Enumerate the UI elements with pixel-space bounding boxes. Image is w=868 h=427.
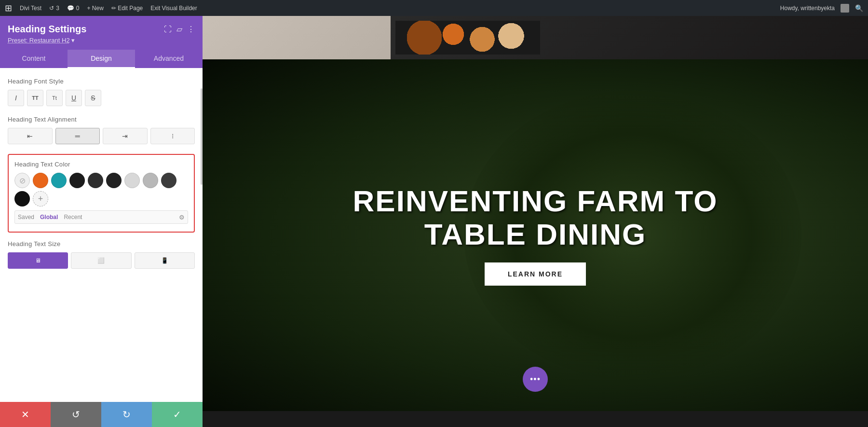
learn-more-button[interactable]: Learn More [485,262,586,286]
wp-logo-icon[interactable]: ⊞ [5,3,12,14]
align-justify-icon: ⁝ [172,132,174,140]
main-content: Heading Settings ⛶ ▱ ⋮ Preset: Restauran… [0,16,868,427]
top-image-strip [203,16,868,59]
hero-title: Reinventing Farm to Table Dining [318,185,752,250]
color-swatch-light-gray[interactable] [124,173,140,188]
text-color-section: Heading Text Color ⊘ [8,154,195,233]
color-swatches: ⊘ [14,173,188,207]
split-view-icon[interactable]: ▱ [176,25,182,34]
save-button[interactable]: ✓ [152,402,203,427]
floating-menu-icon: ••• [530,374,541,385]
tab-advanced[interactable]: Advanced [135,50,203,68]
save-icon: ✓ [173,409,181,420]
size-tablet-button[interactable]: ⬜ [71,252,131,269]
admin-bar: ⊞ Divi Test ↺ 3 💬 0 + New ✏ Edit Page Ex… [0,0,868,16]
settings-panel: Heading Settings ⛶ ▱ ⋮ Preset: Restauran… [0,16,203,427]
color-swatch-teal[interactable] [51,173,67,188]
color-tab-global[interactable]: Global [40,213,58,221]
color-swatch-dark5[interactable] [14,191,30,207]
text-color-label: Heading Text Color [14,161,188,168]
color-settings-icon[interactable]: ⚙ [179,214,185,221]
cancel-icon: ✕ [21,409,29,420]
italic-button[interactable]: I [8,90,24,106]
panel-body: Heading Font Style I TT Tt U S Heading T… [0,68,203,402]
align-left-button[interactable]: ⇤ [8,128,53,144]
align-justify-button[interactable]: ⁝ [150,128,195,144]
capitalize-button[interactable]: Tt [46,90,63,106]
size-device-row: 🖥 ⬜ 📱 [8,252,195,269]
text-size-label: Heading Text Size [8,240,195,248]
panel-tabs: Content Design Advanced [0,50,203,68]
panel-header-icons: ⛶ ▱ ⋮ [164,25,195,34]
align-center-icon: ═ [75,132,80,140]
edit-page-button[interactable]: ✏ Edit Page [111,5,143,12]
color-tabs: Saved Global Recent ⚙ [14,210,188,224]
admin-bar-right: Howdy, writtenbyekta 🔍 [780,4,863,13]
color-swatch-dark3[interactable] [106,173,122,188]
undo-button[interactable]: ↺ [51,402,101,427]
exit-builder-button[interactable]: Exit Visual Builder [150,5,197,12]
hero-content: Reinventing Farm to Table Dining Learn M… [318,185,752,285]
page-content: Reinventing Farm to Table Dining Learn M… [203,16,868,427]
size-desktop-button[interactable]: 🖥 [8,252,68,269]
panel-title: Heading Settings [8,24,86,35]
tab-design[interactable]: Design [68,50,135,68]
alignment-row: ⇤ ═ ⇥ ⁝ [8,128,195,144]
floating-menu-button[interactable]: ••• [523,367,548,392]
size-mobile-button[interactable]: 📱 [135,252,195,269]
align-left-icon: ⇤ [27,132,33,140]
strikethrough-button[interactable]: S [85,90,101,106]
underline-button[interactable]: U [66,90,82,106]
food-decoration [395,21,540,55]
new-button[interactable]: + New [87,5,104,12]
avatar[interactable] [841,4,849,13]
color-swatch-dark2[interactable] [88,173,103,188]
text-size-section: Heading Text Size 🖥 ⬜ 📱 [8,240,195,269]
color-swatch-dark1[interactable] [69,173,85,188]
font-style-row: I TT Tt U S [8,90,195,106]
top-strip-left-image [203,16,391,59]
align-right-icon: ⇥ [122,132,128,140]
tab-content[interactable]: Content [0,50,68,68]
action-bar: ✕ ↺ ↻ ✓ [0,402,203,427]
color-swatch-dark4[interactable] [161,173,176,188]
admin-bar-left: ⊞ Divi Test ↺ 3 💬 0 + New ✏ Edit Page Ex… [5,3,197,14]
color-swatch-mid-gray[interactable] [143,173,158,188]
more-options-icon[interactable]: ⋮ [187,25,195,34]
transparent-icon: ⊘ [19,176,26,185]
undo-icon: ↺ [72,409,80,420]
color-tab-recent[interactable]: Recent [64,213,82,221]
scroll-indicator [201,88,203,185]
search-icon[interactable]: 🔍 [855,4,863,12]
uppercase-button[interactable]: TT [27,90,43,106]
panel-header-top: Heading Settings ⛶ ▱ ⋮ [8,24,195,35]
preset-label[interactable]: Preset: Restaurant H2 ▾ [8,37,195,44]
hero-section: Reinventing Farm to Table Dining Learn M… [203,59,868,411]
comments-count[interactable]: 💬 0 [67,5,80,12]
align-center-button[interactable]: ═ [55,128,100,144]
panel-header: Heading Settings ⛶ ▱ ⋮ Preset: Restauran… [0,16,203,50]
fullscreen-icon[interactable]: ⛶ [164,25,172,34]
site-name[interactable]: Divi Test [20,5,41,12]
add-color-button[interactable]: + [33,191,48,207]
revisions-count[interactable]: ↺ 3 [49,5,59,12]
font-style-label: Heading Font Style [8,78,195,85]
color-tab-saved[interactable]: Saved [18,213,34,221]
color-swatch-transparent[interactable]: ⊘ [14,173,30,188]
howdy-text: Howdy, writtenbyekta [780,5,835,12]
redo-icon: ↻ [122,409,131,420]
top-strip-right-image [391,16,868,59]
cancel-button[interactable]: ✕ [0,402,51,427]
align-right-button[interactable]: ⇥ [103,128,148,144]
color-swatch-orange[interactable] [33,173,48,188]
redo-button[interactable]: ↻ [101,402,152,427]
text-alignment-label: Heading Text Alignment [8,116,195,123]
